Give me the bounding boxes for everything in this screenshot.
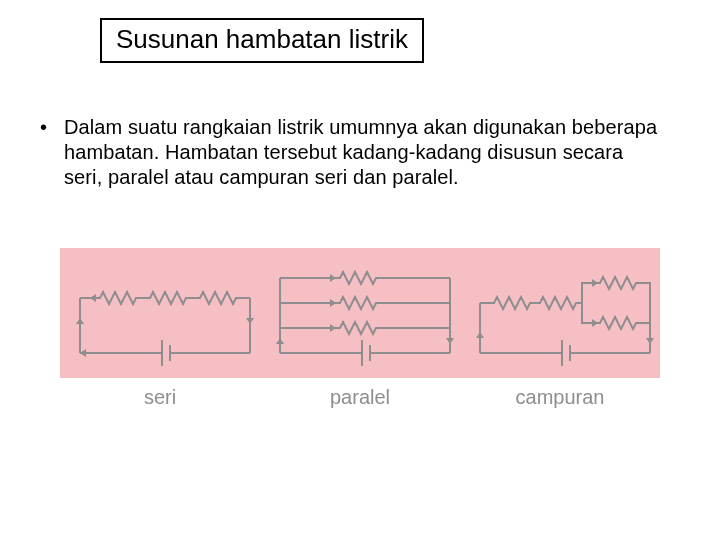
bullet-text: Dalam suatu rangkaian listrik umumnya ak… [64,115,660,190]
svg-marker-9 [330,299,336,307]
caption-campuran: campuran [460,386,660,409]
svg-marker-5 [76,318,84,324]
svg-marker-3 [246,318,254,324]
svg-marker-16 [592,319,598,327]
page-title: Susunan hambatan listrik [100,18,424,63]
diagram-captions: seri paralel campuran [60,386,660,409]
circuit-diagrams-svg [60,248,660,378]
circuit-diagram-block: seri paralel campuran [60,248,660,409]
caption-seri: seri [60,386,260,409]
svg-marker-11 [276,338,284,344]
mixed-circuit [476,277,654,366]
svg-marker-17 [646,338,654,344]
parallel-circuit [276,272,454,366]
svg-marker-12 [446,338,454,344]
svg-marker-15 [592,279,598,287]
bullet-item: • Dalam suatu rangkaian listrik umumnya … [40,115,660,190]
bullet-mark: • [40,115,64,140]
svg-marker-18 [476,332,484,338]
caption-paralel: paralel [260,386,460,409]
series-circuit [76,292,254,366]
svg-marker-2 [90,294,96,302]
circuit-diagram-panel [60,248,660,378]
svg-marker-8 [330,274,336,282]
svg-marker-10 [330,324,336,332]
